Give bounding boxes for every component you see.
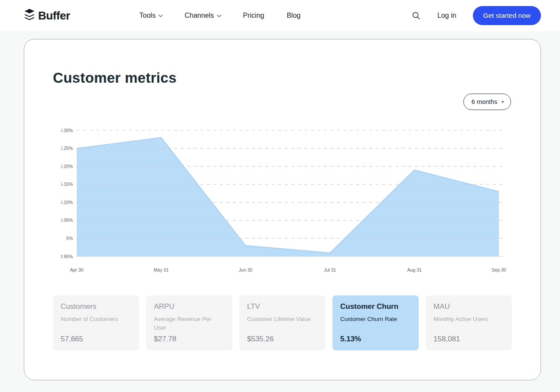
metric-card-description: Monthly Active Users [433, 315, 504, 324]
metric-card-ltv[interactable]: LTVCustomer Lifetime Value$535.26 [239, 295, 326, 350]
metric-card-title: MAU [433, 302, 504, 311]
churn-area-chart: 4.95%5%5.05%5.10%5.15%5.20%5.25%5.30%Apr… [61, 126, 512, 278]
nav-item-tools[interactable]: Tools [140, 12, 162, 19]
x-axis-tick-label: Jul 31 [324, 267, 336, 272]
y-axis-tick-label: 4.95% [61, 254, 73, 259]
y-axis-tick-label: 5.05% [61, 217, 73, 223]
x-axis-tick-label: Aug 31 [407, 267, 422, 272]
caret-down-icon: ▾ [501, 100, 504, 104]
metric-card-customers[interactable]: CustomersNumber of Customers57,665 [53, 295, 139, 350]
page-title: Customer metrics [53, 70, 176, 86]
y-axis-tick-label: 5.25% [61, 146, 73, 151]
nav-label: Pricing [243, 12, 264, 19]
metric-card-title: Customers [61, 302, 131, 311]
buffer-logo[interactable]: Buffer [24, 9, 70, 23]
y-axis-tick-label: 5.10% [61, 200, 73, 205]
y-axis-tick-label: 5% [66, 236, 73, 241]
customer-metrics-panel: Customer metrics 6 months ▾ 4.95%5%5.05%… [24, 39, 541, 380]
metric-card-title: ARPU [154, 302, 225, 311]
search-icon[interactable] [411, 11, 421, 20]
nav-item-pricing[interactable]: Pricing [243, 12, 264, 19]
metric-card-description: Number of Customers [61, 315, 131, 324]
metric-cards-row: CustomersNumber of Customers57,665ARPUAv… [53, 295, 512, 350]
metric-card-value: 57,665 [61, 335, 131, 343]
y-axis-tick-label: 5.30% [61, 128, 73, 133]
metric-card-description: Customer Churn Rate [340, 315, 411, 324]
metric-card-description: Average Revenue Per User [154, 315, 225, 332]
nav-label: Channels [185, 12, 214, 19]
x-axis-tick-label: Apr 30 [70, 267, 84, 272]
chevron-down-icon [158, 13, 163, 17]
x-axis-tick-label: May 31 [154, 267, 169, 272]
site-header: Buffer Tools Channels Pricing Blog Log i… [0, 0, 560, 31]
metric-card-value: 158,081 [433, 335, 504, 343]
login-link[interactable]: Log in [437, 12, 456, 19]
period-dropdown[interactable]: 6 months ▾ [463, 94, 511, 110]
main-nav: Tools Channels Pricing Blog [140, 12, 301, 19]
metric-card-value: 5.13% [340, 335, 411, 343]
nav-label: Tools [140, 12, 156, 19]
metric-card-value: $27.78 [154, 335, 225, 343]
nav-item-channels[interactable]: Channels [185, 12, 221, 19]
y-axis-tick-label: 5.15% [61, 181, 73, 187]
buffer-layers-icon [24, 9, 35, 23]
metric-card-title: Customer Churn [340, 302, 411, 311]
x-axis-tick-label: Sep 30 [492, 267, 506, 272]
period-dropdown-value: 6 months [472, 98, 498, 105]
header-actions: Log in Get started now [411, 6, 541, 25]
get-started-button[interactable]: Get started now [473, 6, 541, 25]
nav-label: Blog [287, 12, 300, 19]
metric-card-value: $535.26 [247, 335, 318, 343]
metric-card-description: Customer Lifetime Value [247, 315, 318, 324]
y-axis-tick-label: 5.20% [61, 164, 73, 169]
metric-card-arpu[interactable]: ARPUAverage Revenue Per User$27.78 [146, 295, 232, 350]
brand-wordmark: Buffer [38, 9, 70, 23]
metric-card-customer-churn[interactable]: Customer ChurnCustomer Churn Rate5.13% [332, 295, 419, 350]
metric-card-mau[interactable]: MAUMonthly Active Users158,081 [426, 295, 512, 350]
nav-item-blog[interactable]: Blog [287, 12, 300, 19]
chevron-down-icon [217, 13, 221, 17]
x-axis-tick-label: Jun 30 [239, 267, 253, 272]
metric-card-title: LTV [247, 302, 318, 311]
